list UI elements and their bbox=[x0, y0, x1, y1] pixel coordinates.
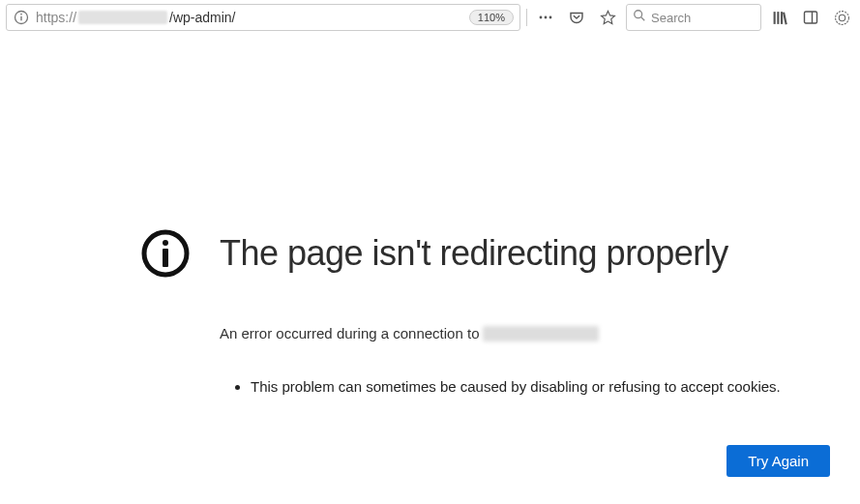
svg-point-17 bbox=[163, 240, 168, 246]
library-icon[interactable] bbox=[767, 5, 792, 30]
page-actions-icon[interactable] bbox=[533, 5, 558, 30]
error-bullet: This problem can sometimes be caused by … bbox=[251, 378, 836, 395]
url-path: /wp-admin/ bbox=[169, 10, 235, 25]
try-again-button[interactable]: Try Again bbox=[727, 445, 830, 477]
url-text: https:// /wp-admin/ bbox=[36, 10, 463, 25]
error-host-redacted bbox=[483, 326, 599, 341]
error-header: The page isn't redirecting properly bbox=[140, 228, 836, 279]
sidebar-icon[interactable] bbox=[798, 5, 823, 30]
svg-line-7 bbox=[641, 17, 645, 21]
error-subtitle: An error occurred during a connection to bbox=[220, 325, 836, 341]
info-icon[interactable] bbox=[13, 9, 30, 26]
error-info-icon bbox=[140, 228, 191, 279]
divider bbox=[526, 9, 527, 26]
svg-rect-12 bbox=[805, 12, 817, 23]
svg-rect-11 bbox=[783, 12, 787, 24]
svg-rect-1 bbox=[20, 16, 21, 21]
svg-point-4 bbox=[545, 16, 548, 19]
svg-point-15 bbox=[839, 15, 845, 20]
url-redacted bbox=[78, 11, 167, 24]
svg-point-6 bbox=[635, 11, 642, 18]
url-bar[interactable]: https:// /wp-admin/ 110% bbox=[6, 4, 520, 31]
error-subtitle-text: An error occurred during a connection to bbox=[220, 325, 479, 341]
svg-point-5 bbox=[549, 16, 552, 19]
search-box[interactable] bbox=[626, 4, 761, 31]
error-title: The page isn't redirecting properly bbox=[220, 233, 728, 274]
svg-rect-9 bbox=[777, 12, 779, 24]
search-icon bbox=[633, 9, 646, 26]
zoom-badge[interactable]: 110% bbox=[469, 10, 514, 25]
svg-point-14 bbox=[835, 11, 848, 24]
pocket-icon[interactable] bbox=[564, 5, 589, 30]
svg-rect-8 bbox=[773, 12, 775, 24]
error-page: The page isn't redirecting properly An e… bbox=[0, 35, 860, 477]
svg-rect-10 bbox=[781, 12, 783, 24]
search-input[interactable] bbox=[651, 11, 755, 25]
url-prefix: https:// bbox=[36, 10, 76, 25]
svg-rect-18 bbox=[163, 249, 168, 267]
error-details: This problem can sometimes be caused by … bbox=[237, 378, 836, 395]
browser-toolbar: https:// /wp-admin/ 110% bbox=[0, 0, 860, 35]
error-actions: Try Again bbox=[140, 445, 836, 477]
svg-point-3 bbox=[540, 16, 543, 19]
svg-point-2 bbox=[20, 14, 22, 15]
extension-icon[interactable] bbox=[829, 5, 854, 30]
bookmark-star-icon[interactable] bbox=[595, 5, 620, 30]
